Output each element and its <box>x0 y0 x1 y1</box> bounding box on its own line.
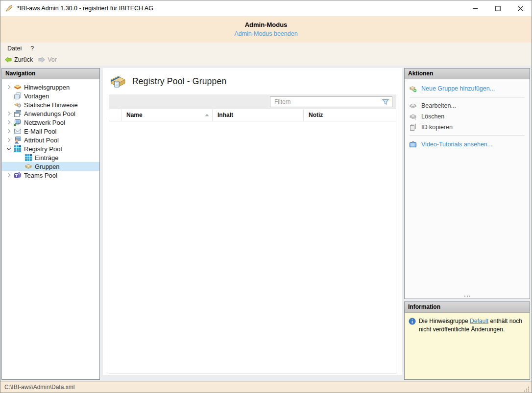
sidebar-item-label: Vorlagen <box>24 92 49 100</box>
back-label: Zurück <box>14 56 33 63</box>
information-panel: Information Die Hinweisgruppe Default en… <box>404 301 530 380</box>
table-body-empty <box>109 121 396 373</box>
filter-bar <box>109 94 396 109</box>
actions-header: Aktionen <box>405 69 530 79</box>
delete-action[interactable]: Löschen <box>409 111 525 122</box>
menu-help[interactable]: ? <box>26 44 38 53</box>
admin-mode-banner: Admin-Modus Admin-Modus beenden <box>0 16 532 43</box>
sidebar-item-label: Einträge <box>35 154 58 162</box>
menu-datei[interactable]: Datei <box>3 44 26 53</box>
information-text: Die Hinweisgruppe Default enthält noch n… <box>419 317 526 334</box>
workspace: Navigation Hinweisgruppen <box>0 66 532 382</box>
registry-entries-icon <box>24 154 32 162</box>
app-icon <box>5 4 13 12</box>
admin-mode-label: Admin-Modus <box>0 16 532 28</box>
navigation-tree: Hinweisgruppen Vorlagen <box>2 79 99 180</box>
sidebar-item-hinweisgruppen[interactable]: Hinweisgruppen <box>2 83 99 92</box>
sidebar-item-gruppen[interactable]: Gruppen <box>2 162 99 171</box>
tv-icon <box>409 140 417 148</box>
minimize-button[interactable] <box>464 0 486 16</box>
delete-icon <box>409 113 417 120</box>
chevron-placeholder <box>5 101 13 109</box>
window-title: *IBI-aws Admin 1.30.0 - registriert für … <box>17 5 153 12</box>
action-label: ID kopieren <box>421 124 453 131</box>
sidebar-item-statische-hinweise[interactable]: Statische Hinweise <box>2 100 99 109</box>
exit-admin-mode-link[interactable]: Admin-Modus beenden <box>234 30 297 37</box>
application-pool-icon <box>14 110 22 117</box>
groups-icon <box>24 162 32 170</box>
actions-separator <box>410 136 525 136</box>
actions-list: Neue Gruppe hinzufügen... Bearbeiten... <box>405 79 530 154</box>
default-group-link[interactable]: Default <box>470 318 488 324</box>
email-pool-icon <box>14 127 22 135</box>
table-header-row: Name Inhalt Notiz <box>109 109 396 121</box>
sidebar-item-label: Registry Pool <box>24 145 62 153</box>
close-button[interactable] <box>509 0 532 16</box>
add-group-icon <box>409 85 417 92</box>
column-header-name[interactable]: Name <box>121 109 213 121</box>
static-notices-icon <box>14 101 22 109</box>
chevron-right-icon[interactable] <box>5 127 13 135</box>
notice-groups-icon <box>14 83 22 91</box>
column-header-inhalt[interactable]: Inhalt <box>213 109 304 121</box>
panel-splitter-handle[interactable] <box>405 294 530 299</box>
sidebar-item-label: Teams Pool <box>24 172 57 179</box>
actions-separator <box>410 97 525 97</box>
filter-input[interactable] <box>270 97 382 106</box>
action-label: Löschen <box>421 113 444 120</box>
back-button[interactable]: Zurück <box>2 55 35 65</box>
chevron-right-icon[interactable] <box>5 110 13 117</box>
sidebar-item-label: Hinweisgruppen <box>24 84 70 91</box>
information-message: Die Hinweisgruppe Default enthält noch n… <box>405 313 530 339</box>
back-arrow-icon <box>4 56 12 64</box>
page-title-row: Registry Pool - Gruppen <box>103 68 402 94</box>
copy-icon <box>409 123 417 131</box>
groups-table: Name Inhalt Notiz <box>109 109 396 374</box>
chevron-right-icon[interactable] <box>5 118 13 126</box>
copy-id-action[interactable]: ID kopieren <box>409 122 525 133</box>
sidebar-item-label: E-Mail Pool <box>24 128 56 135</box>
sidebar-item-email-pool[interactable]: E-Mail Pool <box>2 127 99 136</box>
sidebar-item-attribut-pool[interactable]: Attribut Pool <box>2 136 99 144</box>
maximize-button[interactable] <box>486 0 509 16</box>
actions-panel: Aktionen Neue Gruppe hinzufügen... <box>404 68 530 299</box>
sidebar-item-label: Attribut Pool <box>24 137 59 144</box>
sidebar-item-vorlagen[interactable]: Vorlagen <box>2 92 99 100</box>
chevron-placeholder <box>5 92 13 100</box>
action-label: Bearbeiten... <box>421 102 456 109</box>
sidebar-item-label: Statische Hinweise <box>24 101 78 109</box>
status-bar: C:\IBI-aws\Admin\Data.xml <box>0 381 532 393</box>
chevron-right-icon[interactable] <box>5 136 13 144</box>
information-header: Information <box>405 302 530 313</box>
nav-toolbar: Zurück Vor <box>0 54 532 66</box>
chevron-right-icon[interactable] <box>5 83 13 91</box>
sidebar-item-eintraege[interactable]: Einträge <box>2 153 99 162</box>
edit-action[interactable]: Bearbeiten... <box>409 100 525 111</box>
sidebar-item-teams-pool[interactable]: Teams Pool <box>2 171 99 180</box>
main-content: Registry Pool - Gruppen Name <box>103 68 402 375</box>
registry-groups-page-icon <box>110 73 126 89</box>
page-title: Registry Pool - Gruppen <box>132 76 226 87</box>
chevron-down-icon[interactable] <box>5 145 13 153</box>
sidebar-item-anwendungs-pool[interactable]: Anwendungs Pool <box>2 109 99 118</box>
chevron-right-icon[interactable] <box>5 171 13 179</box>
table-header-rowselector <box>109 109 121 121</box>
add-group-action[interactable]: Neue Gruppe hinzufügen... <box>409 83 525 94</box>
forward-button[interactable]: Vor <box>35 55 59 65</box>
info-icon <box>409 318 416 325</box>
column-header-label: Name <box>126 112 143 118</box>
column-header-label: Inhalt <box>218 112 233 118</box>
action-label: Video-Tutorials ansehen... <box>421 141 492 148</box>
column-header-notiz[interactable]: Notiz <box>304 109 396 121</box>
teams-pool-icon <box>14 171 22 179</box>
video-tutorials-action[interactable]: Video-Tutorials ansehen... <box>409 139 525 150</box>
sidebar-item-registry-pool[interactable]: Registry Pool <box>2 144 99 153</box>
filter-funnel-icon[interactable] <box>382 98 389 106</box>
title-bar: *IBI-aws Admin 1.30.0 - registriert für … <box>0 0 532 16</box>
maximize-icon <box>495 6 501 11</box>
menu-bar: Datei ? <box>0 43 532 54</box>
resize-grip[interactable] <box>523 386 530 393</box>
templates-icon <box>14 92 22 100</box>
sidebar-item-netzwerk-pool[interactable]: Netzwerk Pool <box>2 118 99 127</box>
minimize-icon <box>473 6 478 11</box>
